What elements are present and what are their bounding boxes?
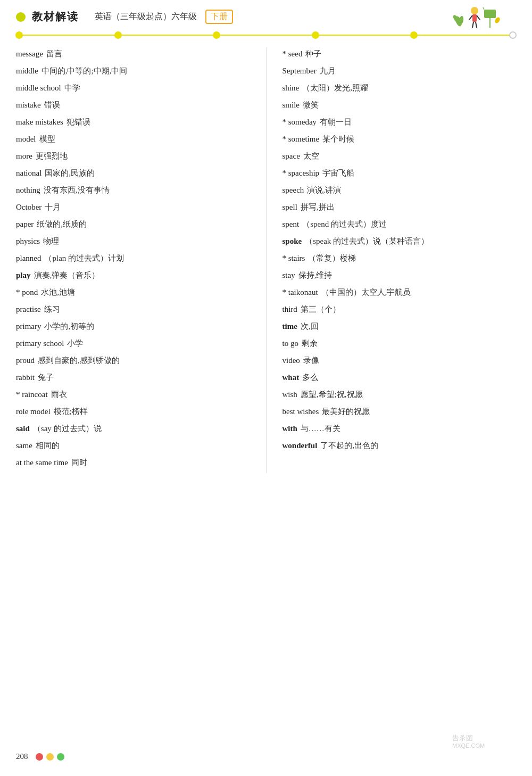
entry-chinese: 次,回 [301, 320, 319, 333]
entry-english: nothing [16, 184, 40, 196]
list-item: planned（plan 的过去式）计划 [16, 252, 250, 265]
header-decoration [452, 4, 500, 30]
left-column: message留言middle中间的,中等的;中期,中间middle schoo… [16, 47, 267, 473]
list-item: time次,回 [282, 320, 517, 333]
entry-english: said [16, 422, 30, 435]
list-item: October十月 [16, 201, 250, 213]
entry-chinese: 中学 [64, 81, 80, 94]
entry-chinese: （say 的过去式）说 [33, 422, 102, 435]
entry-chinese: 微笑 [303, 98, 319, 111]
entry-chinese: 演奏,弹奏（音乐） [34, 269, 100, 282]
entry-english: * taikonaut [282, 286, 318, 299]
footer-dot-red [36, 753, 43, 761]
entry-chinese: 小学 [67, 337, 83, 350]
svg-line-7 [472, 22, 473, 28]
entry-english: with [282, 422, 297, 435]
entry-english: to go [282, 337, 298, 350]
list-item: primary school小学 [16, 337, 250, 350]
entry-chinese: 愿望,希望;祝,祝愿 [301, 388, 363, 401]
header-deco-svg [452, 4, 500, 30]
list-item: * raincoat雨衣 [16, 388, 250, 401]
list-item: said（say 的过去式）说 [16, 422, 250, 435]
entry-chinese: 更强烈地 [36, 150, 68, 162]
entry-english: more [16, 150, 32, 162]
entry-english: paper [16, 218, 34, 230]
entry-english: video [282, 354, 300, 367]
entry-chinese: 宇宙飞船 [322, 167, 354, 179]
entry-chinese: （speak 的过去式）说（某种语言） [305, 235, 429, 247]
list-item: primary小学的,初等的 [16, 320, 250, 333]
main-content: message留言middle中间的,中等的;中期,中间middle schoo… [0, 47, 532, 473]
entry-chinese: 十月 [45, 201, 61, 213]
entry-english: primary school [16, 337, 64, 350]
entry-english: proud [16, 354, 35, 367]
list-item: physics物理 [16, 235, 250, 247]
footer-dot-green [57, 753, 64, 761]
entry-english: * someday [282, 115, 317, 128]
entry-english: model [16, 133, 36, 145]
timeline-line-2 [121, 35, 214, 36]
list-item: play演奏,弹奏（音乐） [16, 269, 250, 282]
entry-english: rabbit [16, 371, 35, 384]
right-column: * seed种子September九月shine（太阳）发光,照耀smile微笑… [267, 47, 517, 473]
timeline-dot-5 [410, 31, 418, 39]
entry-english: space [282, 150, 300, 162]
list-item: middle中间的,中等的;中期,中间 [16, 64, 250, 77]
list-item: spent（spend 的过去式）度过 [282, 218, 517, 230]
entry-english: time [282, 320, 297, 333]
list-item: message留言 [16, 47, 250, 60]
page-number: 208 [16, 752, 28, 761]
entry-english: what [282, 371, 300, 384]
svg-text:告杀图: 告杀图 [452, 734, 473, 742]
timeline-dot-4 [312, 31, 319, 39]
entry-english: spell [282, 201, 297, 213]
entry-chinese: 兔子 [38, 371, 54, 384]
timeline-bar [0, 31, 532, 39]
entry-english: wish [282, 388, 297, 401]
entry-chinese: 同时 [71, 456, 87, 469]
footer-left: 208 [16, 752, 64, 761]
list-item: nothing没有东西,没有事情 [16, 184, 250, 196]
header-left: 教材解读 英语（三年级起点）六年级 下册 [16, 10, 233, 24]
svg-rect-9 [484, 10, 496, 18]
header-circle-icon [16, 12, 26, 22]
list-item: at the same time同时 [16, 456, 250, 469]
list-item: * spaceship宇宙飞船 [282, 167, 517, 179]
entry-english: spent [282, 218, 300, 230]
list-item: video录像 [282, 354, 517, 367]
list-item: middle school中学 [16, 81, 250, 94]
entry-english: * sometime [282, 133, 320, 145]
list-item: shine（太阳）发光,照耀 [282, 81, 517, 94]
svg-line-11 [483, 7, 484, 10]
svg-text:MXQE.COM: MXQE.COM [452, 742, 485, 749]
entry-english: wonderful [282, 439, 318, 452]
list-item: with与……有关 [282, 422, 517, 435]
svg-line-5 [469, 15, 472, 20]
list-item: September九月 [282, 64, 517, 77]
header-badge: 下册 [205, 10, 233, 24]
entry-english: best wishes [282, 405, 319, 418]
entry-chinese: 剩余 [302, 337, 318, 350]
entry-chinese: 演说,讲演 [307, 184, 341, 196]
entry-chinese: 模范;榜样 [54, 405, 88, 418]
list-item: * taikonaut（中国的）太空人,宇航员 [282, 286, 517, 299]
watermark-text: 告杀图 MXQE.COM [452, 731, 516, 752]
entry-chinese: 纸做的,纸质的 [37, 218, 87, 230]
timeline-line-1 [22, 35, 115, 36]
entry-english: make mistakes [16, 115, 63, 128]
entry-english: * raincoat [16, 388, 48, 401]
entry-chinese: 模型 [39, 133, 55, 145]
entry-english: * seed [282, 47, 303, 60]
entry-chinese: 中间的,中等的;中期,中间 [41, 64, 128, 77]
entry-english: physics [16, 235, 40, 247]
entry-chinese: （spend 的过去式）度过 [302, 218, 387, 230]
list-item: space太空 [282, 150, 517, 162]
entry-chinese: 第三（个） [301, 303, 340, 316]
entry-english: spoke [282, 235, 302, 247]
list-item: paper纸做的,纸质的 [16, 218, 250, 230]
entry-chinese: 某个时候 [322, 133, 354, 145]
list-item: more更强烈地 [16, 150, 250, 162]
svg-point-3 [471, 7, 478, 14]
list-item: * someday有朝一日 [282, 115, 517, 128]
entry-chinese: 拼写,拼出 [301, 201, 335, 213]
